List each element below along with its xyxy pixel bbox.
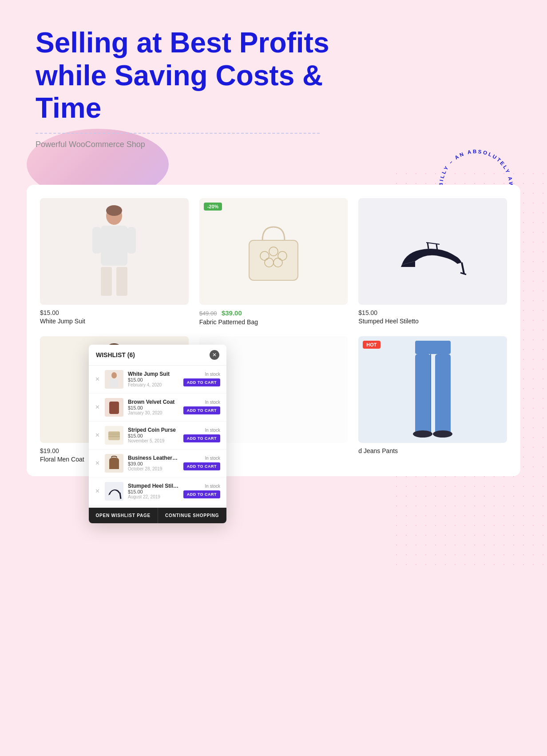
product-image-heels bbox=[388, 225, 477, 278]
wishlist-item-1: ✕ White Jump Suit $15.00 February 4, 202… bbox=[89, 366, 226, 394]
add-to-cart-btn-2[interactable]: ADD TO CART bbox=[183, 406, 220, 414]
wishlist-item-date-4: October 28, 2019 bbox=[128, 466, 179, 471]
svg-rect-7 bbox=[127, 227, 136, 254]
svg-line-49 bbox=[120, 493, 121, 499]
wishlist-remove-5[interactable]: ✕ bbox=[95, 488, 100, 494]
wishlist-item-price-4: $39.00 bbox=[128, 461, 179, 466]
wishlist-title: WISHLIST (6) bbox=[96, 351, 135, 358]
svg-line-17 bbox=[428, 243, 428, 249]
product-info-2: $49.00 $39.00 Fabric Patterned Bag bbox=[199, 309, 348, 326]
wishlist-img-3 bbox=[105, 426, 123, 445]
wishlist-stock-5: In stock bbox=[205, 484, 220, 489]
product-name-6: d Jeans Pants bbox=[358, 447, 507, 454]
product-grid-row1: $15.00 White Jump Suit -20% bbox=[40, 198, 507, 326]
header-section: Selling at Best Profits while Saving Cos… bbox=[0, 0, 547, 158]
svg-line-18 bbox=[436, 244, 437, 251]
open-wishlist-page-button[interactable]: OPEN WISHLIST PAGE bbox=[89, 508, 158, 523]
add-to-cart-btn-4[interactable]: ADD TO CART bbox=[183, 462, 220, 470]
svg-rect-43 bbox=[108, 431, 120, 440]
wishlist-img-4 bbox=[105, 454, 123, 473]
product-image-woman bbox=[85, 203, 143, 300]
product-card-6[interactable]: HOT d Jeans Pants bbox=[358, 336, 507, 463]
wishlist-details-1: White Jump Suit $15.00 February 4, 2020 bbox=[128, 371, 179, 387]
product-card-3[interactable]: $15.00 Stumped Heel Stiletto bbox=[358, 198, 507, 326]
wishlist-item-right-1: In stock ADD TO CART bbox=[183, 372, 220, 386]
wishlist-close-button[interactable]: ✕ bbox=[210, 350, 219, 360]
dashed-divider bbox=[36, 133, 320, 134]
product-image-jeans bbox=[406, 341, 460, 438]
continue-shopping-button[interactable]: CONTINUE SHOPPING bbox=[158, 508, 227, 523]
svg-point-36 bbox=[433, 430, 452, 438]
wishlist-item-2: ✕ Brown Velvet Coat $15.00 January 30, 2… bbox=[89, 394, 226, 422]
product-price-1: $15.00 bbox=[40, 309, 189, 316]
wishlist-item-price-5: $15.00 bbox=[128, 489, 179, 494]
wishlist-item-name-2: Brown Velvet Coat bbox=[128, 399, 179, 405]
wishlist-header: WISHLIST (6) ✕ bbox=[89, 345, 226, 366]
product-card-1[interactable]: $15.00 White Jump Suit bbox=[40, 198, 189, 326]
wishlist-details-4: Business Leather Bag $39.00 October 28, … bbox=[128, 455, 179, 471]
wishlist-img-2 bbox=[105, 398, 123, 417]
svg-line-16 bbox=[460, 273, 466, 275]
wishlist-item-right-3: In stock ADD TO CART bbox=[183, 428, 220, 442]
svg-rect-32 bbox=[415, 354, 431, 434]
product-card-2[interactable]: -20% $49.00 $39.00 bbox=[199, 198, 348, 326]
wishlist-img-1 bbox=[105, 370, 123, 389]
svg-rect-31 bbox=[415, 341, 451, 354]
add-to-cart-btn-5[interactable]: ADD TO CART bbox=[183, 490, 220, 498]
wishlist-item-date-5: August 22, 2019 bbox=[128, 494, 179, 499]
wishlist-details-5: Stumped Heel Stiletto $15.00 August 22, … bbox=[128, 483, 179, 499]
wishlist-remove-4[interactable]: ✕ bbox=[95, 460, 100, 466]
wishlist-remove-2[interactable]: ✕ bbox=[95, 404, 100, 410]
wishlist-stock-2: In stock bbox=[205, 400, 220, 405]
svg-point-38 bbox=[111, 372, 117, 378]
wishlist-item-3: ✕ Striped Coin Purse $15.00 November 5, … bbox=[89, 422, 226, 450]
svg-rect-8 bbox=[249, 240, 298, 280]
wishlist-item-date-3: November 5, 2019 bbox=[128, 438, 179, 443]
products-section: $15.00 White Jump Suit -20% bbox=[27, 185, 520, 476]
product-name-1: White Jump Suit bbox=[40, 318, 189, 325]
wishlist-item-right-5: In stock ADD TO CART bbox=[183, 484, 220, 498]
wishlist-remove-1[interactable]: ✕ bbox=[95, 376, 100, 382]
product-name-2: Fabric Patterned Bag bbox=[199, 318, 348, 326]
svg-point-5 bbox=[106, 205, 122, 216]
product-info-6: d Jeans Pants bbox=[358, 447, 507, 454]
main-title: Selling at Best Profits while Saving Cos… bbox=[36, 27, 346, 125]
wishlist-stock-1: In stock bbox=[205, 372, 220, 377]
svg-rect-39 bbox=[110, 379, 118, 388]
svg-rect-33 bbox=[435, 354, 451, 434]
wishlist-item-price-3: $15.00 bbox=[128, 433, 179, 438]
product-price-2: $49.00 $39.00 bbox=[199, 309, 348, 317]
svg-rect-41 bbox=[109, 402, 119, 414]
svg-rect-6 bbox=[92, 227, 101, 254]
wishlist-item-name-3: Striped Coin Purse bbox=[128, 427, 179, 433]
wishlist-item-right-2: In stock ADD TO CART bbox=[183, 400, 220, 414]
wishlist-item-name-4: Business Leather Bag bbox=[128, 455, 179, 461]
product-info-1: $15.00 White Jump Suit bbox=[40, 309, 189, 325]
wishlist-footer: OPEN WISHLIST PAGE CONTINUE SHOPPING bbox=[89, 508, 226, 523]
wishlist-item-name-5: Stumped Heel Stiletto bbox=[128, 483, 179, 489]
wishlist-item-date-1: February 4, 2020 bbox=[128, 382, 179, 387]
wishlist-stock-3: In stock bbox=[205, 428, 220, 433]
product-name-3: Stumped Heel Stiletto bbox=[358, 318, 507, 325]
hot-badge: HOT bbox=[363, 341, 380, 349]
wishlist-remove-3[interactable]: ✕ bbox=[95, 432, 100, 438]
wishlist-item-4: ✕ Business Leather Bag $39.00 October 28… bbox=[89, 450, 226, 477]
product-image-bag bbox=[238, 216, 309, 287]
wishlist-details-3: Striped Coin Purse $15.00 November 5, 20… bbox=[128, 427, 179, 443]
wishlist-item-name-1: White Jump Suit bbox=[128, 371, 179, 377]
wishlist-stock-4: In stock bbox=[205, 456, 220, 461]
wishlist-details-2: Brown Velvet Coat $15.00 January 30, 202… bbox=[128, 399, 179, 415]
add-to-cart-btn-1[interactable]: ADD TO CART bbox=[183, 378, 220, 386]
svg-line-15 bbox=[462, 263, 464, 274]
svg-rect-3 bbox=[101, 267, 112, 296]
svg-point-35 bbox=[413, 430, 432, 438]
add-to-cart-btn-3[interactable]: ADD TO CART bbox=[183, 434, 220, 442]
product-info-3: $15.00 Stumped Heel Stiletto bbox=[358, 309, 507, 325]
svg-rect-2 bbox=[101, 226, 127, 266]
wishlist-item-price-1: $15.00 bbox=[128, 377, 179, 382]
wishlist-item-date-2: January 30, 2020 bbox=[128, 410, 179, 415]
wishlist-modal: WISHLIST (6) ✕ ✕ White Jump Suit $15.00 … bbox=[89, 345, 226, 523]
wishlist-items-list: ✕ White Jump Suit $15.00 February 4, 202… bbox=[89, 366, 226, 508]
wishlist-item-5: ✕ Stumped Heel Stiletto $15.00 August 22… bbox=[89, 477, 226, 505]
wishlist-item-price-2: $15.00 bbox=[128, 405, 179, 410]
